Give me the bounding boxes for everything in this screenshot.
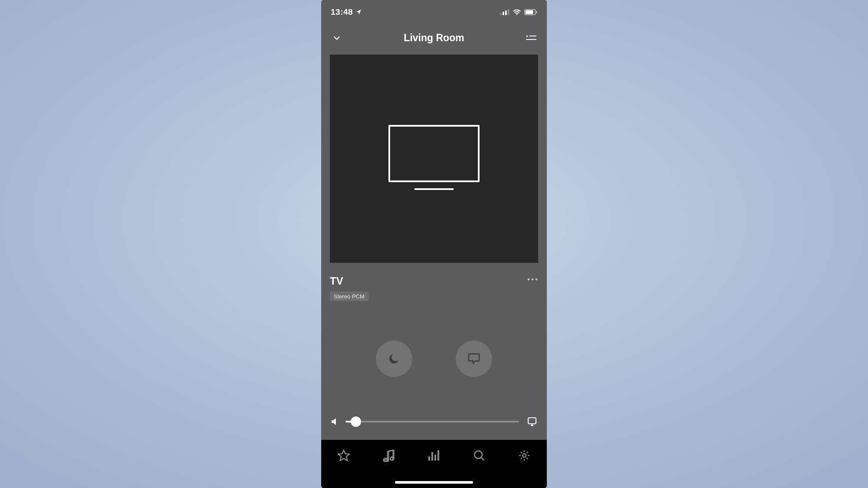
moon-icon xyxy=(388,352,401,365)
svg-rect-0 xyxy=(500,13,502,15)
svg-point-14 xyxy=(536,278,538,281)
output-selector-button[interactable] xyxy=(527,416,537,427)
svg-rect-21 xyxy=(434,455,436,461)
volume-row xyxy=(330,416,538,440)
svg-line-24 xyxy=(481,458,484,460)
now-playing-content: TV Stereo PCM xyxy=(321,52,547,440)
svg-point-25 xyxy=(523,454,526,457)
gear-icon xyxy=(518,449,531,462)
speech-enhance-button[interactable] xyxy=(456,341,492,377)
collapse-button[interactable] xyxy=(331,32,343,44)
svg-rect-7 xyxy=(536,11,537,13)
more-options-button[interactable] xyxy=(527,275,538,281)
track-row: TV Stereo PCM xyxy=(330,275,538,301)
status-left: 13:48 xyxy=(331,7,362,17)
tab-favorites[interactable] xyxy=(335,447,352,464)
svg-rect-20 xyxy=(431,452,433,461)
svg-rect-22 xyxy=(437,450,439,461)
tab-bar xyxy=(321,440,547,488)
chevron-down-icon xyxy=(332,33,342,43)
speech-bubble-icon xyxy=(467,353,480,365)
svg-point-13 xyxy=(532,278,534,281)
svg-rect-19 xyxy=(428,456,430,461)
volume-low-icon[interactable] xyxy=(331,418,338,426)
tab-search[interactable] xyxy=(470,447,488,464)
tab-settings[interactable] xyxy=(516,447,533,464)
status-bar: 13:48 xyxy=(321,0,547,24)
location-arrow-icon xyxy=(355,9,362,15)
rooms-icon xyxy=(527,416,537,427)
app-header: Living Room xyxy=(321,24,547,52)
artwork-area xyxy=(330,55,538,263)
svg-point-4 xyxy=(516,14,517,15)
queue-button[interactable] xyxy=(525,32,537,44)
more-horizontal-icon xyxy=(527,278,538,281)
tv-icon xyxy=(388,124,480,193)
music-note-icon xyxy=(383,449,395,462)
svg-rect-3 xyxy=(508,9,510,15)
svg-rect-10 xyxy=(389,126,479,181)
format-badge: Stereo PCM xyxy=(330,291,368,301)
cellular-signal-icon xyxy=(500,9,510,15)
battery-icon xyxy=(524,9,537,15)
svg-point-12 xyxy=(528,278,530,281)
svg-point-18 xyxy=(390,457,393,460)
phone-frame: 13:48 xyxy=(321,0,547,488)
svg-marker-16 xyxy=(338,450,349,461)
tab-rooms[interactable] xyxy=(425,447,443,464)
svg-rect-6 xyxy=(526,10,533,14)
svg-point-17 xyxy=(385,459,387,462)
playlist-icon xyxy=(526,34,536,43)
source-name: TV xyxy=(330,275,368,287)
playback-controls xyxy=(330,301,538,416)
room-title: Living Room xyxy=(404,32,464,44)
volume-slider[interactable] xyxy=(345,421,519,422)
night-mode-button[interactable] xyxy=(376,341,412,377)
svg-rect-2 xyxy=(505,10,507,15)
backdrop: 13:48 xyxy=(0,0,868,488)
svg-rect-1 xyxy=(503,12,504,15)
status-right xyxy=(500,9,537,15)
track-info: TV Stereo PCM xyxy=(330,275,368,301)
wifi-icon xyxy=(513,9,521,15)
equalizer-icon xyxy=(427,449,441,462)
tab-music[interactable] xyxy=(380,447,398,464)
volume-slider-thumb[interactable] xyxy=(351,416,361,427)
status-time: 13:48 xyxy=(331,7,353,17)
star-icon xyxy=(337,449,350,462)
home-indicator[interactable] xyxy=(395,481,473,484)
search-icon xyxy=(473,449,485,462)
svg-rect-15 xyxy=(528,418,536,424)
